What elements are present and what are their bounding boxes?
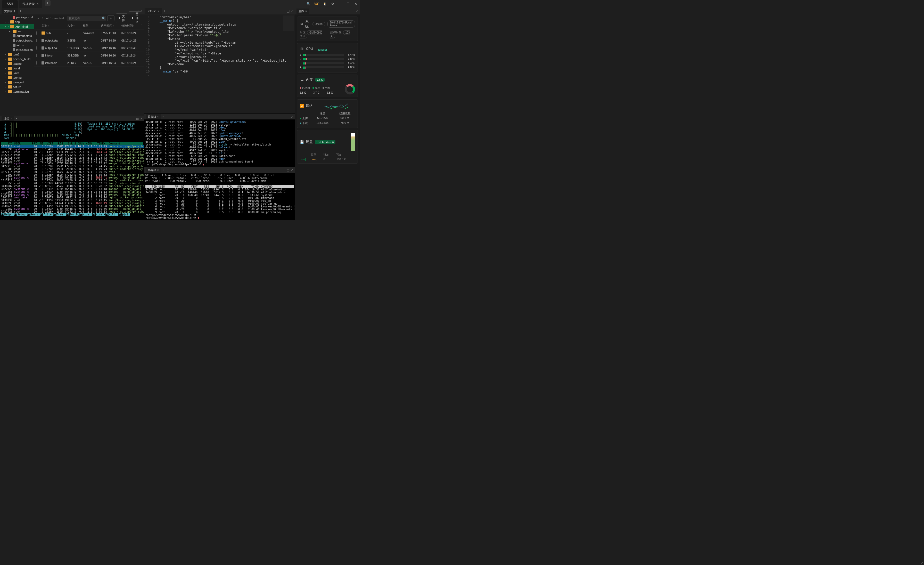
tree-item[interactable]: ▸.config xyxy=(0,75,34,80)
tree-item[interactable]: ▸.local xyxy=(0,66,34,71)
monitor-tabs: 监控 × ⤢ xyxy=(295,8,360,15)
split-icon[interactable]: ◫ xyxy=(286,9,290,13)
tree-item[interactable]: ▸.java xyxy=(0,71,34,75)
upload-file-button[interactable]: ⬆ 文件 xyxy=(116,14,127,23)
disk-card: 💾硬盘 18.9 G / 39.2 G 类型读/s写/s vdaext40100… xyxy=(297,130,358,164)
disk-bar xyxy=(351,133,355,151)
file-tree: package.xml▸●app▾●.xterminal▸suboutput.s… xyxy=(0,15,34,116)
tree-item[interactable]: output.stats xyxy=(0,33,34,38)
monitor-icon: 🖥 xyxy=(300,22,303,26)
os-badge: Ubuntu xyxy=(312,22,326,26)
window-close-icon[interactable]: ✕ xyxy=(354,2,358,6)
close-icon[interactable]: × xyxy=(10,117,12,120)
fm-columns: 名称▾ 大小▾ 权限 访问时间▾ 修改时间▾ xyxy=(34,22,144,29)
terminal-1[interactable]: 1 [|||| 8.6%] Tasks: 58, 252 thr; 1 runn… xyxy=(0,121,144,220)
cpu-core-row: 27.8 % xyxy=(300,57,355,60)
file-row[interactable]: info.basic2.0KiBrw-r--r--08/11 16:5407/1… xyxy=(34,59,144,67)
tree-item[interactable]: ▸.cache xyxy=(0,62,34,66)
disk-icon: 💾 xyxy=(300,140,304,144)
search-input[interactable] xyxy=(67,16,106,21)
close-icon[interactable]: × xyxy=(37,2,39,6)
breadcrumb[interactable]: /root/.xterminal xyxy=(41,17,64,20)
terminal-2-tab[interactable]: 终端 2 × xyxy=(146,114,161,119)
emoji-icon[interactable]: 🐧 xyxy=(323,2,327,6)
tree-item[interactable]: ▸.terminal.icu xyxy=(0,89,34,94)
close-icon[interactable]: × xyxy=(157,115,159,118)
tree-item[interactable]: ▸mongodb xyxy=(0,80,34,85)
tree-item[interactable]: ▸opencv_build xyxy=(0,57,34,62)
new-tab-button[interactable]: + xyxy=(45,0,51,6)
favorite-button[interactable]: ♡ xyxy=(107,15,114,21)
wifi-icon: 📶 xyxy=(300,104,304,108)
file-row[interactable]: output.ba199.0BiBrw-r--r--08/12 16:4608/… xyxy=(34,44,144,52)
split-icon[interactable]: ◫ xyxy=(286,115,289,119)
tree-item[interactable]: ▾●.xterminal xyxy=(0,24,34,29)
tab-ssh[interactable]: SSH xyxy=(2,0,18,8)
minimap[interactable] xyxy=(284,15,294,31)
terminal-1-tabs: 终端 × + ◫⤢ xyxy=(0,116,144,121)
fm-add-tab[interactable]: + xyxy=(20,9,21,13)
mem-total-badge: 7.5 G xyxy=(315,78,325,82)
tab-shenzhen[interactable]: 深圳转发 × xyxy=(19,0,42,8)
memory-card: ☁内存 7.5 G 已使用 缓存 空闲 1.5 G 3.7 G 2.3 G xyxy=(297,75,358,97)
file-row[interactable]: sub-rwxr-xr-x07/25 11:1307/18 16:24 xyxy=(34,29,144,37)
terminal-add-tab[interactable]: + xyxy=(162,115,164,118)
fm-tab[interactable]: 文件管理 xyxy=(2,8,18,14)
editor-tab-info[interactable]: info.sh × xyxy=(146,8,162,14)
os-ver-badge: 20.04.5 LTS (Focal Fossa xyxy=(327,20,355,28)
file-row[interactable]: output.sta3.2KiBrw-r--r--08/17 14:2908/1… xyxy=(34,37,144,44)
card-title: 系统 xyxy=(305,20,310,29)
expand-icon[interactable]: ⤢ xyxy=(291,168,293,172)
editor-add-tab[interactable]: + xyxy=(164,9,165,13)
disk-usage-badge: 18.9 G / 39.2 G xyxy=(315,140,335,144)
card-title: 内存 xyxy=(306,77,313,82)
terminal-1-tab[interactable]: 终端 × xyxy=(2,116,14,121)
fm-toolbar: ⌂ /root/.xterminal 🔍 ♡ ⬆ 文件 ⬆ 文件夹 xyxy=(34,15,144,22)
tree-item[interactable]: ▸sub xyxy=(0,29,34,33)
close-icon[interactable]: × xyxy=(157,168,159,171)
monitor-tab[interactable]: 监控 × xyxy=(297,9,309,14)
terminal-3[interactable]: %Cpu(s): 1.6 us, 1.6 sy, 0.0 ni, 96.8 id… xyxy=(144,173,295,220)
vip-badge[interactable]: VIP xyxy=(314,2,319,6)
terminal-add-tab[interactable]: + xyxy=(162,168,164,171)
expand-icon[interactable]: ⤢ xyxy=(291,9,294,13)
cpu-icon: ▥ xyxy=(300,47,304,51)
cpu-core-row: 44.0 % xyxy=(300,66,355,69)
maximize-icon[interactable]: ☐ xyxy=(346,2,350,6)
close-icon[interactable]: × xyxy=(158,9,159,13)
titlebar: SSH 深圳转发 × + 🔍 VIP 🐧 ⚙ — ☐ ✕ xyxy=(0,0,360,8)
card-title: 硬盘 xyxy=(306,140,313,144)
expand-icon[interactable]: ⤢ xyxy=(140,117,142,120)
terminal-3-tab[interactable]: 终端 3 × xyxy=(146,167,161,173)
cpu-sparkline xyxy=(318,46,355,51)
system-card: 🖥系统 Ubuntu 20.04.5 LTS (Focal Fossa 时区: … xyxy=(297,17,358,41)
code-editor[interactable]: 1234567891011121314151617 "cmt">#!/bin/b… xyxy=(144,15,295,114)
cpu-card: ▥CPU 15.4 %27.8 %34.4 %44.0 % xyxy=(297,43,358,72)
expand-icon[interactable]: ⤢ xyxy=(356,9,358,13)
close-icon[interactable]: × xyxy=(305,9,307,13)
minimize-icon[interactable]: — xyxy=(338,2,342,6)
split-icon[interactable]: ◫ xyxy=(136,117,139,120)
tree-item[interactable]: ▸coturn xyxy=(0,85,34,89)
search-go-icon[interactable]: 🔍 xyxy=(102,16,106,20)
cpu-core-row: 15.4 % xyxy=(300,53,355,56)
terminal-2[interactable]: drwxr-xr-x 2 root root 4096 Dec 28 2022 … xyxy=(144,119,295,167)
home-icon[interactable]: ⌂ xyxy=(36,16,39,20)
tree-item[interactable]: output.basic. xyxy=(0,38,34,43)
tree-item[interactable]: info.sh xyxy=(0,43,34,48)
tree-item[interactable]: info.basic.sh xyxy=(0,48,34,52)
tree-item[interactable]: package.xml xyxy=(0,15,34,20)
card-title: CPU xyxy=(306,47,313,51)
gear-icon[interactable]: ⚙ xyxy=(330,2,334,6)
tree-item[interactable]: ▸●app xyxy=(0,20,34,24)
card-title: 网络 xyxy=(306,104,313,108)
editor-tabs: info.sh × + ◫⤢ xyxy=(144,8,295,15)
file-row[interactable]: info.sh334.0BiBrw-r--r--08/16 16:5607/18… xyxy=(34,52,144,59)
expand-icon[interactable]: ⤢ xyxy=(291,115,293,119)
terminal-add-tab[interactable]: + xyxy=(15,117,17,120)
cpu-core-row: 34.4 % xyxy=(300,62,355,65)
tree-item[interactable]: ▸.pm2 xyxy=(0,52,34,57)
memory-donut xyxy=(345,84,355,95)
split-icon[interactable]: ◫ xyxy=(286,168,289,172)
search-icon[interactable]: 🔍 xyxy=(306,2,310,6)
